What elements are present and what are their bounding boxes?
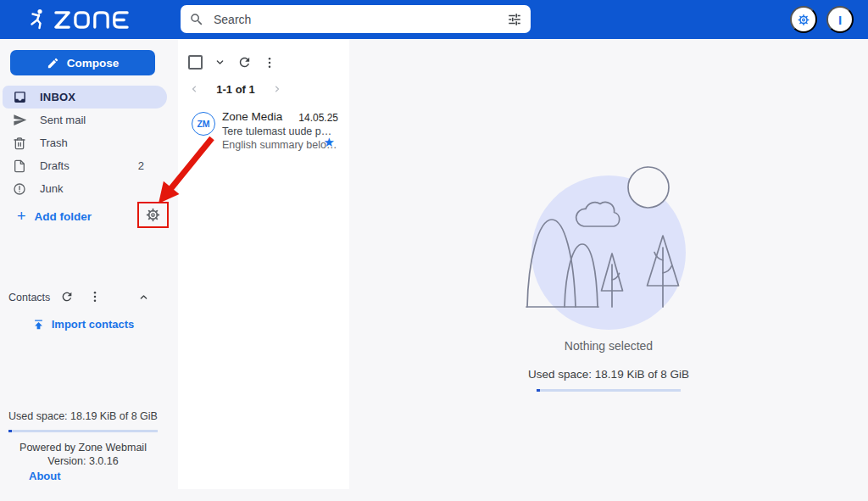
message-list-panel: 1-1 of 1 ZM Zone Media 14.05.25 Tere tul…	[178, 39, 349, 489]
refresh-icon	[60, 290, 74, 303]
trash-icon	[12, 136, 27, 151]
search-input[interactable]	[212, 12, 499, 27]
reading-pane: Nothing selected Used space: 18.19 KiB o…	[349, 39, 868, 501]
powered-by-block: Powered by Zone Webmail Version: 3.0.16	[0, 441, 166, 468]
folder-list: INBOX Sent mail Trash Drafts 2	[0, 86, 178, 200]
main-usage-progressbar	[537, 389, 681, 392]
sidebar: Compose INBOX Sent mail Trash	[0, 39, 178, 501]
plus-icon: +	[17, 209, 26, 224]
contacts-refresh-button[interactable]	[60, 290, 74, 303]
empty-state-text: Nothing selected	[565, 339, 653, 353]
select-options-button[interactable]	[214, 56, 226, 69]
search-icon	[189, 12, 204, 27]
more-vert-icon	[88, 290, 102, 303]
next-page-button[interactable]	[271, 83, 283, 95]
pencil-icon	[47, 57, 59, 70]
sidebar-item-junk[interactable]: Junk	[0, 177, 178, 200]
email-date: 14.05.25	[298, 112, 338, 124]
sidebar-item-trash[interactable]: Trash	[0, 131, 178, 154]
main-used-space: Used space: 18.19 KiB of 8 GiB	[528, 368, 689, 381]
more-vert-icon	[263, 56, 276, 70]
usage-progress-fill	[537, 389, 540, 392]
junk-icon	[12, 181, 27, 197]
zone-wordmark-icon	[54, 9, 129, 31]
page-range-label: 1-1 of 1	[216, 83, 255, 96]
refresh-icon	[237, 55, 252, 70]
send-icon	[12, 113, 27, 128]
upload-icon	[32, 318, 45, 331]
search-bar	[181, 5, 531, 33]
prev-page-button[interactable]	[188, 83, 200, 95]
gear-icon	[797, 12, 810, 28]
contacts-section-header: Contacts	[0, 289, 178, 306]
usage-progress-fill	[8, 430, 12, 432]
contacts-collapse-button[interactable]	[137, 291, 150, 303]
search-filters-button[interactable]	[507, 12, 522, 27]
settings-button[interactable]	[790, 6, 817, 33]
email-subject: Tere tulemast uude p…	[222, 125, 331, 137]
import-contacts-button[interactable]: Import contacts	[0, 317, 166, 331]
powered-by-text: Powered by Zone Webmail	[0, 441, 166, 454]
draft-icon	[12, 159, 27, 174]
folder-label: Trash	[40, 136, 68, 149]
runner-icon	[28, 8, 48, 31]
drafts-count-badge: 2	[138, 159, 144, 172]
folder-label: Sent mail	[40, 114, 86, 126]
pagination: 1-1 of 1	[188, 81, 283, 97]
gear-icon	[145, 207, 161, 223]
sender-avatar: ZM	[192, 112, 215, 136]
sidebar-item-inbox[interactable]: INBOX	[3, 86, 167, 109]
inbox-icon	[12, 90, 27, 105]
chevron-up-icon	[137, 291, 150, 303]
email-sender: Zone Media	[222, 110, 282, 123]
list-more-button[interactable]	[263, 56, 276, 70]
sidebar-usage-progressbar	[8, 430, 158, 432]
sidebar-item-sent[interactable]: Sent mail	[0, 109, 178, 131]
empty-state-illustration	[510, 153, 707, 331]
zone-logo[interactable]: ZONE	[28, 8, 129, 31]
chevron-right-icon	[271, 83, 283, 95]
about-link[interactable]: About	[24, 469, 66, 483]
import-contacts-label: Import contacts	[52, 318, 135, 331]
folder-settings-button[interactable]	[145, 207, 161, 223]
app-header: ZONE	[0, 0, 868, 39]
annotation-highlight-box	[137, 202, 169, 228]
sidebar-item-drafts[interactable]: Drafts 2	[0, 154, 178, 177]
contacts-more-button[interactable]	[88, 290, 102, 303]
add-folder-button[interactable]: + Add folder	[12, 205, 97, 227]
sidebar-used-space: Used space: 18.19 KiB of 8 GiB	[0, 410, 166, 422]
account-avatar[interactable]: I	[826, 6, 854, 33]
chevron-down-icon	[214, 56, 226, 69]
compose-button[interactable]: Compose	[10, 50, 155, 75]
avatar-initial: I	[838, 13, 842, 27]
email-list-item[interactable]: ZM Zone Media 14.05.25 Tere tulemast uud…	[178, 105, 349, 158]
version-text: Version: 3.0.16	[0, 454, 166, 468]
tune-icon	[507, 12, 522, 27]
folder-label: Drafts	[40, 159, 70, 172]
list-toolbar	[188, 55, 276, 70]
folder-label: INBOX	[40, 91, 75, 103]
select-all-checkbox[interactable]	[188, 55, 203, 70]
header-actions: I	[790, 6, 854, 33]
chevron-left-icon	[188, 83, 200, 95]
refresh-list-button[interactable]	[237, 55, 252, 70]
folder-label: Junk	[40, 182, 63, 195]
contacts-title: Contacts	[8, 292, 50, 303]
compose-label: Compose	[67, 57, 120, 70]
add-folder-label: Add folder	[35, 210, 92, 223]
star-icon[interactable]: ★	[319, 135, 340, 149]
